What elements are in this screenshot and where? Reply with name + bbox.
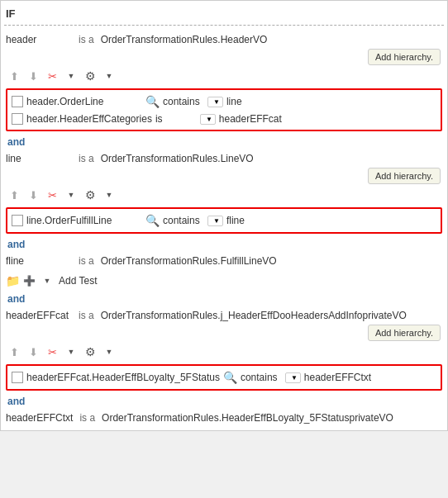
checkbox-1-header[interactable] xyxy=(12,113,23,125)
gear-btn-headerEFFcat[interactable] xyxy=(82,344,98,360)
add-hierarchy-area-headerEFFcat: Add hierarchy. xyxy=(4,325,444,341)
add-test-label-fline: Add Test xyxy=(59,275,97,287)
down-btn-line[interactable] xyxy=(25,187,41,203)
op-0-header: contains xyxy=(163,96,204,107)
condition-row-0-line: line.OrderFulfillLine 🔍 contains fline xyxy=(10,211,438,230)
value-0-header: line xyxy=(226,96,436,107)
section-header: header is a OrderTransformationRules.Hea… xyxy=(4,31,444,149)
type-fline: OrderTransformationRules.FulfillLineVO xyxy=(101,255,277,267)
gear-dropdown-header[interactable] xyxy=(101,68,117,84)
main-container: IF header is a OrderTransformationRules.… xyxy=(0,0,448,431)
dropdown-0-header[interactable] xyxy=(207,97,223,107)
binding-row-fline: fline is a OrderTransformationRules.Fulf… xyxy=(4,252,444,270)
var-line: line xyxy=(6,153,72,164)
search-icon-0-headerEFFcat[interactable]: 🔍 xyxy=(223,371,237,384)
add-test-row-fline: Add Test xyxy=(4,270,444,292)
field-0-line: line.OrderFulfillLine xyxy=(26,215,142,226)
scissors-btn-header[interactable] xyxy=(44,68,60,84)
isa-header: is a xyxy=(79,34,94,45)
value-1-header: headerEFFcat xyxy=(219,113,436,125)
search-icon-0-header[interactable]: 🔍 xyxy=(145,95,160,108)
down-btn-headerEFFcat[interactable] xyxy=(25,344,41,360)
if-label: IF xyxy=(4,4,444,26)
folder-icon-fline[interactable] xyxy=(6,274,20,287)
section-fline: fline is a OrderTransformationRules.Fulf… xyxy=(4,252,444,306)
isa-fline: is a xyxy=(79,255,94,267)
add-hierarchy-area-line: Add hierarchy. xyxy=(4,168,444,184)
up-btn-line[interactable] xyxy=(6,187,22,203)
checkbox-0-headerEFFcat[interactable] xyxy=(12,372,23,383)
var-headerEFFcat: headerEFFcat xyxy=(6,310,72,321)
plus-dropdown-fline[interactable] xyxy=(39,273,55,289)
var-header: header xyxy=(6,34,72,45)
add-hierarchy-btn-line[interactable]: Add hierarchy. xyxy=(368,168,441,184)
down-btn-header[interactable] xyxy=(25,68,41,84)
isa-headerEFFcat: is a xyxy=(79,310,94,321)
checkbox-0-line[interactable] xyxy=(12,215,23,226)
value-0-line: fline xyxy=(226,215,436,226)
and-label-0: and xyxy=(4,135,444,149)
var-fline: fline xyxy=(6,255,72,267)
and-label-3: and xyxy=(4,394,444,409)
conditions-box-header: header.OrderLine 🔍 contains line header.… xyxy=(6,88,442,131)
gear-dropdown-line[interactable] xyxy=(101,187,117,203)
add-hierarchy-area-header: Add hierarchy. xyxy=(4,49,444,65)
checkbox-0-header[interactable] xyxy=(12,96,23,107)
binding-row-headerEFFCtxt: headerEFFCtxt is a OrderTransformationRu… xyxy=(4,409,444,427)
op-0-line: contains xyxy=(163,215,204,226)
up-btn-header[interactable] xyxy=(6,68,22,84)
field-0-headerEFFcat: headerEFFcat.HeaderEffBLoyalty_5FStatus xyxy=(26,372,220,383)
conditions-box-headerEFFcat: headerEFFcat.HeaderEffBLoyalty_5FStatus … xyxy=(6,364,442,391)
toolbar-header xyxy=(4,65,444,87)
section-line: line is a OrderTransformationRules.LineV… xyxy=(4,149,444,252)
toolbar-line xyxy=(4,184,444,206)
search-icon-0-line[interactable]: 🔍 xyxy=(145,214,160,227)
scissors-dropdown-line[interactable] xyxy=(63,187,79,203)
field-0-header: header.OrderLine xyxy=(26,96,142,107)
binding-row-line: line is a OrderTransformationRules.LineV… xyxy=(4,149,444,168)
isa-headerEFFCtxt: is a xyxy=(79,412,95,424)
op-0-headerEFFcat: contains xyxy=(241,372,282,383)
var-headerEFFCtxt: headerEFFCtxt xyxy=(6,412,73,424)
isa-line: is a xyxy=(79,153,94,164)
type-header: OrderTransformationRules.HeaderVO xyxy=(101,34,268,45)
scissors-btn-headerEFFcat[interactable] xyxy=(44,344,60,360)
op-1-header: is xyxy=(155,113,197,125)
section-headerEFFcat: headerEFFcat is a OrderTransformationRul… xyxy=(4,306,444,409)
plus-icon-fline[interactable] xyxy=(23,275,36,287)
gear-btn-header[interactable] xyxy=(82,68,98,84)
conditions-box-line: line.OrderFulfillLine 🔍 contains fline xyxy=(6,207,442,234)
up-btn-headerEFFcat[interactable] xyxy=(6,344,22,360)
dropdown-0-headerEFFcat[interactable] xyxy=(285,372,301,383)
condition-row-0-header: header.OrderLine 🔍 contains line xyxy=(10,92,438,111)
dropdown-0-line[interactable] xyxy=(207,216,223,226)
and-label-1: and xyxy=(4,237,444,252)
condition-row-1-header: header.HeaderEffCategories is headerEFFc… xyxy=(10,111,438,127)
binding-row-headerEFFcat: headerEFFcat is a OrderTransformationRul… xyxy=(4,306,444,325)
type-headerEFFCtxt: OrderTransformationRules.HeaderEffBLoyal… xyxy=(102,412,393,424)
type-line: OrderTransformationRules.LineVO xyxy=(101,153,254,164)
scissors-btn-line[interactable] xyxy=(44,187,60,203)
scissors-dropdown-headerEFFcat[interactable] xyxy=(63,344,79,360)
and-label-2: and xyxy=(4,292,444,306)
value-0-headerEFFcat: headerEFFCtxt xyxy=(304,372,436,383)
binding-row-header: header is a OrderTransformationRules.Hea… xyxy=(4,31,444,49)
type-headerEFFcat: OrderTransformationRules.j_HeaderEffDooH… xyxy=(101,310,407,321)
field-1-header: header.HeaderEffCategories xyxy=(26,113,152,125)
add-hierarchy-btn-header[interactable]: Add hierarchy. xyxy=(368,49,441,65)
gear-dropdown-headerEFFcat[interactable] xyxy=(101,344,117,360)
add-hierarchy-btn-headerEFFcat[interactable]: Add hierarchy. xyxy=(368,325,441,341)
condition-row-0-headerEFFcat: headerEFFcat.HeaderEffBLoyalty_5FStatus … xyxy=(10,368,438,387)
toolbar-headerEFFcat xyxy=(4,341,444,363)
gear-btn-line[interactable] xyxy=(82,187,98,203)
section-headerEFFCtxt: headerEFFCtxt is a OrderTransformationRu… xyxy=(4,409,444,427)
scissors-dropdown-header[interactable] xyxy=(63,68,79,84)
dropdown-1-header[interactable] xyxy=(200,114,216,125)
